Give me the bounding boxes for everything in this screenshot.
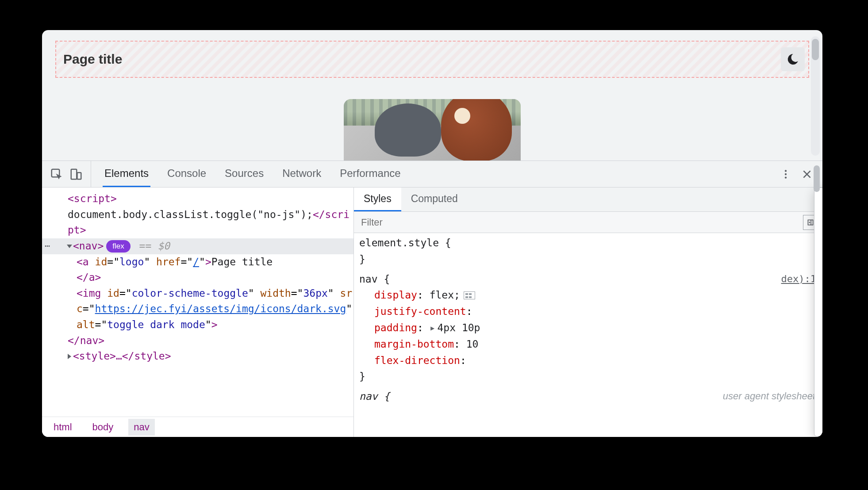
dom-a-close[interactable]: </a> (77, 272, 101, 283)
rendered-page: Page title (42, 30, 822, 161)
svg-rect-2 (77, 172, 81, 179)
kebab-icon[interactable] (780, 168, 791, 180)
dom-selected-nav[interactable]: <nav>flex == $0 (42, 238, 353, 254)
rule-element-style[interactable]: element.style { (354, 235, 822, 251)
expand-triangle-icon[interactable] (67, 245, 72, 248)
tab-computed[interactable]: Computed (401, 188, 468, 211)
css-rules[interactable]: element.style { } nav {dex):1 display: f… (354, 233, 822, 437)
devtools-scrollbar[interactable] (813, 163, 821, 434)
dom-script-body[interactable]: document.body.classList.toggle("no-js"); (68, 209, 313, 220)
elements-panel: <script> document.body.classList.toggle(… (42, 188, 354, 437)
hero-image (344, 99, 521, 161)
dom-nav-close[interactable]: </nav> (68, 335, 104, 346)
rule-nav-uas[interactable]: nav {user agent stylesheet (354, 388, 822, 405)
dom-script-open[interactable]: <script> (68, 193, 117, 204)
svg-point-3 (785, 170, 787, 172)
tab-performance[interactable]: Performance (338, 161, 402, 187)
close-icon[interactable] (801, 168, 813, 180)
devtools-toolbar: Elements Console Sources Network Perform… (42, 161, 822, 188)
dom-tree[interactable]: <script> document.body.classList.toggle(… (42, 188, 353, 417)
device-toggle-icon[interactable] (69, 168, 83, 181)
tab-console[interactable]: Console (165, 161, 208, 187)
page-scrollbar[interactable] (811, 36, 820, 156)
tab-network[interactable]: Network (280, 161, 323, 187)
svg-rect-1 (71, 169, 77, 179)
tab-styles[interactable]: Styles (354, 188, 401, 211)
tab-elements[interactable]: Elements (103, 161, 150, 187)
inspect-icon[interactable] (50, 168, 63, 181)
user-agent-label: user agent stylesheet (723, 388, 815, 404)
dom-style-tag[interactable]: <style>…</style> (42, 348, 353, 364)
styles-filter-input[interactable] (354, 217, 803, 228)
breadcrumb-nav[interactable]: nav (128, 419, 154, 436)
dom-img-tag[interactable]: <img id="color-scheme-toggle" width="36p… (42, 286, 353, 333)
breadcrumb: html body nav (42, 417, 353, 437)
devtools: Elements Console Sources Network Perform… (42, 161, 822, 437)
tab-sources[interactable]: Sources (223, 161, 265, 187)
dom-a-tag[interactable]: <a id="logo" href="/">Page title (42, 254, 353, 270)
flex-editor-icon[interactable] (464, 291, 475, 299)
rule-nav[interactable]: nav {dex):1 (354, 271, 822, 287)
svg-point-4 (785, 173, 787, 175)
styles-panel: Styles Computed element.style { } nav {d… (354, 188, 822, 437)
moon-icon (786, 52, 800, 66)
page-title-link[interactable]: Page title (60, 52, 122, 67)
breadcrumb-body[interactable]: body (87, 419, 119, 436)
source-link[interactable]: dex):1 (781, 271, 816, 287)
expand-triangle-icon[interactable] (68, 354, 71, 359)
dark-mode-toggle[interactable] (781, 47, 805, 71)
devtools-tabs: Elements Console Sources Network Perform… (91, 161, 770, 187)
flex-overlay-nav: Page title (55, 41, 809, 78)
breadcrumb-html[interactable]: html (48, 419, 77, 436)
browser-window: Page title Elements Console Sources Netw… (42, 30, 822, 437)
flex-badge[interactable]: flex (106, 240, 130, 253)
svg-point-5 (785, 176, 787, 178)
